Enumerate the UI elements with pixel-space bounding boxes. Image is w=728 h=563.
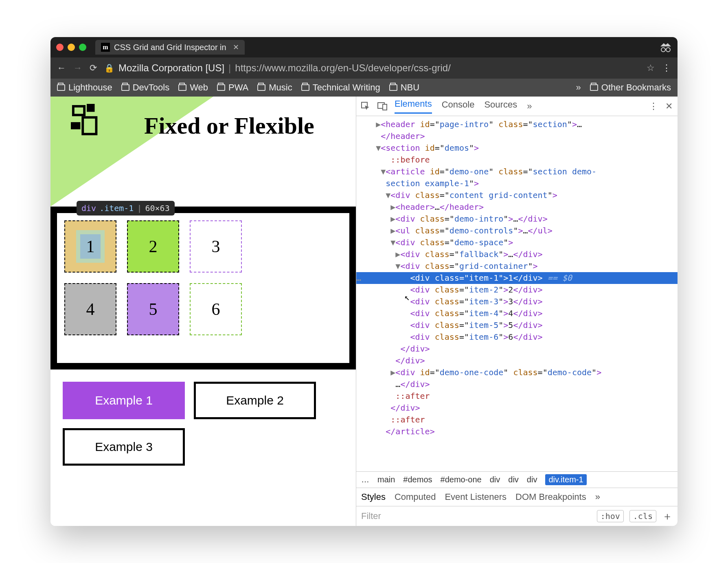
- example-1-button[interactable]: Example 1: [63, 382, 185, 419]
- url-path: https://www.mozilla.org/en-US/developer/…: [235, 62, 451, 74]
- dom-node-row[interactable]: </article>: [356, 426, 678, 438]
- styles-tab-dom-breakpoints[interactable]: DOM Breakpoints: [515, 492, 586, 502]
- styles-tab-event-listeners[interactable]: Event Listeners: [445, 492, 507, 502]
- hov-toggle-button[interactable]: :hov: [597, 510, 624, 522]
- devtools-tab-elements[interactable]: Elements: [395, 99, 432, 114]
- dom-node-row[interactable]: ::after: [356, 390, 678, 402]
- bookmarks-overflow-icon[interactable]: »: [576, 82, 581, 93]
- dom-node-row[interactable]: ▼<section id="demos">: [356, 142, 678, 154]
- example-2-button[interactable]: Example 2: [194, 382, 316, 419]
- folder-icon: [217, 84, 225, 91]
- window-titlebar: m CSS Grid and Grid Inspector in ✕: [50, 37, 678, 57]
- dom-node-row[interactable]: <div class="item-5">5</div>: [356, 319, 678, 331]
- devtools-panel: Elements Console Sources » ⋮ ✕ ↖ ▶<heade…: [356, 97, 678, 526]
- styles-tab-computed[interactable]: Computed: [395, 492, 436, 502]
- bookmark-folder[interactable]: Lighthouse: [57, 82, 112, 93]
- other-bookmarks-label: Other Bookmarks: [601, 82, 671, 93]
- dom-node-row[interactable]: ▼<article id="demo-one" class="section d…: [356, 166, 678, 178]
- dom-node-row[interactable]: </div>: [356, 355, 678, 367]
- bookmark-folder[interactable]: PWA: [217, 82, 248, 93]
- styles-filter-input[interactable]: Filter: [361, 511, 381, 521]
- bookmark-folder[interactable]: Technical Writing: [301, 82, 380, 93]
- forward-button[interactable]: →: [73, 63, 82, 73]
- dom-node-row[interactable]: </header>: [356, 130, 678, 142]
- dom-node-row[interactable]: …</div>: [356, 378, 678, 390]
- dom-node-row[interactable]: ▶<div id="demo-one-code" class="demo-cod…: [356, 367, 678, 378]
- dom-node-row[interactable]: ▶<header id="page-intro" class="section"…: [356, 119, 678, 130]
- breadcrumb-item[interactable]: …: [361, 475, 369, 484]
- browser-menu-icon[interactable]: ⋮: [662, 63, 671, 73]
- breadcrumb-item[interactable]: div: [508, 475, 519, 484]
- window-zoom-button[interactable]: [79, 44, 86, 51]
- devtools-tab-sources[interactable]: Sources: [484, 99, 517, 113]
- bookmark-folder[interactable]: DevTools: [121, 82, 169, 93]
- svg-point-0: [661, 48, 665, 52]
- svg-rect-2: [73, 106, 84, 115]
- dom-node-row[interactable]: <div class="item-4">4</div>: [356, 308, 678, 319]
- grid-item-2[interactable]: 2: [127, 220, 179, 273]
- dom-node-row[interactable]: ▼<div class="content grid-content">: [356, 189, 678, 201]
- dom-node-row[interactable]: ::before: [356, 154, 678, 166]
- devtools-menu-icon[interactable]: ⋮: [649, 101, 658, 112]
- grid-item-6[interactable]: 6: [190, 283, 242, 335]
- bookmark-star-icon[interactable]: ☆: [647, 63, 655, 73]
- reload-button[interactable]: ⟳: [90, 63, 97, 73]
- styles-tabs-overflow-icon[interactable]: »: [595, 492, 600, 502]
- browser-toolbar: ← → ⟳ 🔒 Mozilla Corporation [US] | https…: [50, 57, 678, 79]
- hero-section: Fixed or Flexible: [50, 97, 356, 207]
- grid-item-5[interactable]: 5: [127, 283, 179, 335]
- grid-item-1[interactable]: 1: [64, 220, 116, 273]
- window-close-button[interactable]: [56, 44, 64, 51]
- devtools-tab-console[interactable]: Console: [442, 99, 475, 113]
- new-style-rule-icon[interactable]: ＋: [662, 509, 673, 523]
- back-button[interactable]: ←: [57, 63, 66, 73]
- dom-node-row[interactable]: section example-1">: [356, 178, 678, 189]
- breadcrumb-item[interactable]: main: [377, 475, 395, 484]
- dom-node-row[interactable]: … <div class="item-1">1</div> == $0: [356, 272, 678, 284]
- bookmark-label: DevTools: [133, 82, 169, 93]
- dom-node-row[interactable]: ▶<div class="fallback">…</div>: [356, 249, 678, 260]
- tooltip-tag: div: [81, 203, 96, 213]
- devtools-toolbar: Elements Console Sources » ⋮ ✕: [356, 97, 678, 116]
- breadcrumb-item[interactable]: div: [490, 475, 500, 484]
- dom-node-row[interactable]: <div class="item-2">2</div>: [356, 284, 678, 296]
- browser-tab[interactable]: m CSS Grid and Grid Inspector in ✕: [95, 40, 245, 55]
- example-3-button[interactable]: Example 3: [63, 428, 185, 466]
- devtools-close-icon[interactable]: ✕: [665, 101, 673, 112]
- inspect-element-icon[interactable]: [361, 102, 370, 111]
- breadcrumb-item[interactable]: #demos: [403, 475, 432, 484]
- cls-toggle-button[interactable]: .cls: [629, 510, 656, 522]
- dom-node-row[interactable]: </div>: [356, 402, 678, 414]
- grid-item-4[interactable]: 4: [64, 283, 116, 335]
- breadcrumb-item-selected[interactable]: div.item-1: [545, 474, 586, 485]
- dom-node-row[interactable]: <div class="item-6">6</div>: [356, 331, 678, 343]
- bookmark-label: Technical Writing: [313, 82, 380, 93]
- dom-node-row[interactable]: ▼<div class="grid-container">: [356, 260, 678, 272]
- tab-close-icon[interactable]: ✕: [233, 43, 239, 52]
- dom-node-row[interactable]: </div>: [356, 343, 678, 355]
- window-minimize-button[interactable]: [68, 44, 75, 51]
- styles-tab-styles[interactable]: Styles: [361, 492, 386, 502]
- devtools-tabs-overflow-icon[interactable]: »: [527, 101, 532, 112]
- dom-node-row[interactable]: ▶<div class="demo-intro">…</div>: [356, 213, 678, 225]
- dom-node-row[interactable]: ▶<header>…</header>: [356, 201, 678, 213]
- bookmark-folder[interactable]: Music: [257, 82, 292, 93]
- browser-window: m CSS Grid and Grid Inspector in ✕ ← → ⟳…: [50, 37, 678, 526]
- address-bar[interactable]: 🔒 Mozilla Corporation [US] | https://www…: [104, 62, 639, 74]
- device-toolbar-icon[interactable]: [377, 102, 387, 110]
- grid-item-3[interactable]: 3: [190, 220, 242, 273]
- incognito-icon: [660, 42, 672, 52]
- svg-rect-3: [87, 104, 95, 112]
- folder-icon: [590, 84, 598, 91]
- dom-tree[interactable]: ↖ ▶<header id="page-intro" class="sectio…: [356, 116, 678, 471]
- dom-node-row[interactable]: ::after: [356, 414, 678, 426]
- breadcrumb-item[interactable]: div: [527, 475, 537, 484]
- page-viewport: Fixed or Flexible div.item-1 | 60×63 1 2…: [50, 97, 356, 526]
- dom-node-row[interactable]: ▼<div class="demo-space">: [356, 237, 678, 249]
- dom-node-row[interactable]: ▶<ul class="demo-controls">…</ul>: [356, 225, 678, 237]
- other-bookmarks-button[interactable]: Other Bookmarks: [590, 82, 671, 93]
- breadcrumb-item[interactable]: #demo-one: [441, 475, 482, 484]
- dom-node-row[interactable]: <div class="item-3">3</div>: [356, 296, 678, 308]
- bookmark-folder[interactable]: NBU: [389, 82, 419, 93]
- bookmark-folder[interactable]: Web: [178, 82, 208, 93]
